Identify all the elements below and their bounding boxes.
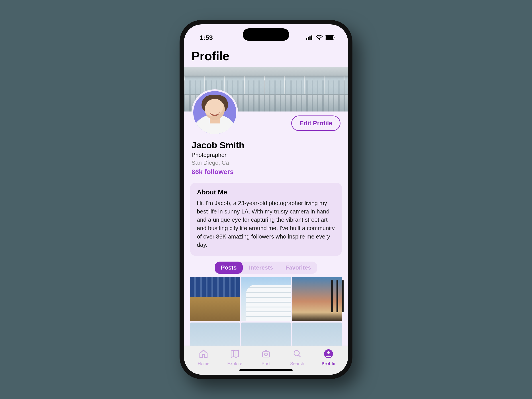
post-thumbnail[interactable] (190, 277, 240, 321)
post-thumbnail[interactable] (241, 277, 291, 321)
profile-role: Photographer (191, 152, 341, 158)
battery-icon (325, 34, 336, 41)
cellular-signal-icon (306, 34, 313, 41)
post-thumbnail[interactable] (292, 277, 342, 321)
nav-explore[interactable]: Explore (222, 349, 247, 366)
map-icon (230, 349, 240, 360)
svg-point-4 (319, 39, 320, 40)
home-indicator[interactable] (239, 369, 293, 371)
svg-rect-6 (326, 36, 333, 39)
svg-rect-3 (311, 35, 312, 40)
nav-label: Home (198, 361, 209, 366)
post-thumbnail[interactable] (292, 323, 342, 346)
nav-search[interactable]: Search (285, 349, 310, 366)
svg-rect-1 (308, 37, 309, 40)
posts-grid (184, 277, 348, 346)
wifi-icon (316, 34, 323, 41)
svg-rect-2 (310, 36, 310, 40)
nav-label: Explore (227, 361, 242, 366)
about-card: About Me Hi, I'm Jacob, a 23-year-old ph… (190, 183, 342, 256)
app-screen: 1:53 Profile (184, 24, 348, 375)
tab-posts[interactable]: Posts (215, 262, 243, 274)
svg-point-9 (265, 353, 267, 356)
post-thumbnail[interactable] (190, 323, 240, 346)
post-thumbnail[interactable] (241, 323, 291, 346)
followers-count[interactable]: 86k followers (191, 168, 341, 176)
profile-tabs: Posts Interests Favorites (215, 262, 317, 274)
profile-name: Jacob Smith (191, 140, 341, 150)
svg-rect-7 (335, 37, 335, 38)
nav-home[interactable]: Home (191, 349, 216, 366)
avatar[interactable] (191, 89, 238, 136)
nav-post[interactable]: Post (254, 349, 278, 366)
camera-icon (261, 349, 271, 360)
nav-profile[interactable]: Profile (316, 349, 341, 366)
svg-point-10 (294, 350, 299, 356)
svg-rect-0 (306, 38, 307, 40)
person-icon (324, 349, 333, 360)
status-time: 1:53 (200, 34, 213, 41)
avatar-row: Edit Profile (184, 112, 348, 138)
nav-label: Search (290, 361, 304, 366)
status-right (306, 34, 336, 41)
nav-label: Post (262, 361, 270, 366)
search-icon (292, 349, 302, 360)
edit-profile-button[interactable]: Edit Profile (291, 115, 341, 131)
about-heading: About Me (197, 188, 335, 196)
svg-rect-8 (262, 352, 270, 357)
page-title: Profile (184, 47, 348, 67)
phone-frame: 1:53 Profile (180, 20, 352, 379)
profile-location: San Diego, Ca (191, 159, 341, 166)
dynamic-island (243, 28, 289, 41)
tab-interests[interactable]: Interests (243, 262, 279, 274)
tab-favorites[interactable]: Favorites (279, 262, 317, 274)
identity-block: Jacob Smith Photographer San Diego, Ca 8… (184, 138, 348, 180)
home-icon (199, 349, 208, 360)
svg-point-12 (327, 351, 330, 354)
about-body: Hi, I'm Jacob, a 23-year-old photographe… (197, 199, 335, 249)
nav-label: Profile (321, 361, 335, 366)
